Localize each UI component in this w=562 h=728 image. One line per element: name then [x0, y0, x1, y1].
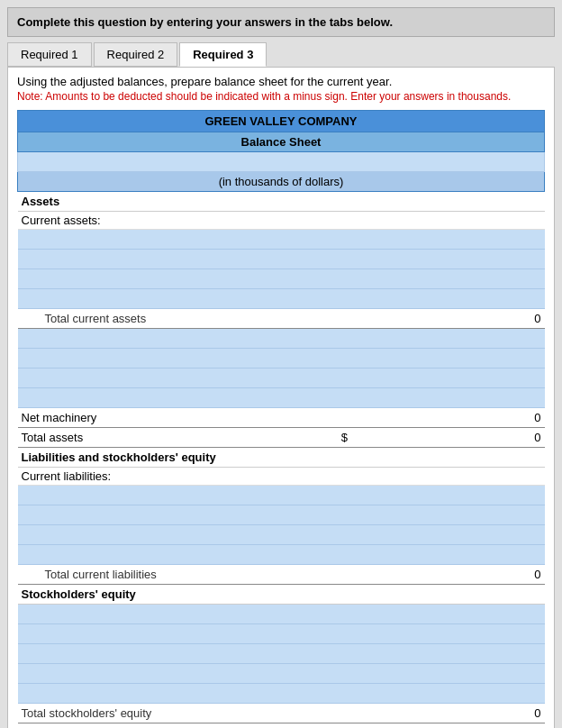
current-asset-2-label-input[interactable] [22, 251, 304, 267]
equity-row-2 [18, 624, 545, 644]
equity-row-4 [18, 664, 545, 684]
equity-5-value-input[interactable] [353, 687, 540, 700]
equity-row-1 [18, 605, 545, 624]
total-liabilities-dollar: $ [307, 723, 349, 729]
total-assets-row: Total assets $ 0 [18, 428, 545, 448]
liability-row-2 [18, 505, 545, 525]
stockholders-equity-section-label: Stockholders' equity [18, 585, 545, 605]
equity-5-label-input[interactable] [22, 686, 304, 701]
liability-3-value-input[interactable] [353, 528, 540, 541]
total-liabilities-value: 0 [349, 723, 544, 729]
instruction-box: Complete this question by entering your … [7, 7, 555, 37]
current-assets-label: Current assets: [18, 212, 545, 230]
empty-header-row [18, 152, 545, 172]
period-label-header: (in thousands of dollars) [18, 172, 545, 192]
equity-row-3 [18, 644, 545, 664]
total-current-liabilities-label: Total current liabilities [18, 565, 308, 585]
equity-3-value-input[interactable] [353, 647, 540, 660]
liability-4-label-input[interactable] [22, 547, 304, 562]
total-current-liabilities-row: Total current liabilities 0 [18, 565, 545, 585]
note-line2: Note: Amounts to be deducted should be i… [17, 90, 545, 103]
machinery-row-2 [18, 349, 545, 369]
equity-row-5 [18, 684, 545, 704]
total-stockholders-equity-label: Total stockholders' equity [18, 704, 308, 723]
net-machinery-value: 0 [349, 408, 544, 428]
machinery-4-value-input[interactable] [353, 391, 540, 405]
liability-row-1 [18, 486, 545, 505]
machinery-4-label-input[interactable] [22, 390, 304, 405]
tab-required2[interactable]: Required 2 [94, 42, 178, 67]
current-liabilities-label: Current liabilities: [18, 468, 545, 486]
company-name-header: GREEN VALLEY COMPANY [18, 111, 545, 132]
sheet-title-header: Balance Sheet [18, 132, 545, 152]
liability-1-value-input[interactable] [353, 488, 540, 502]
machinery-1-value-input[interactable] [353, 332, 540, 345]
outer-container: Complete this question by entering your … [0, 0, 562, 728]
liabilities-section-label: Liabilities and stockholders' equity [18, 448, 545, 468]
current-asset-1-label-input[interactable] [22, 232, 304, 247]
total-liabilities-label: Total liabilities and stockholders' equi… [18, 723, 308, 729]
total-assets-label: Total assets [18, 428, 308, 448]
equity-2-value-input[interactable] [353, 627, 540, 641]
liability-row-3 [18, 525, 545, 545]
note-line1: Using the adjusted balances, prepare bal… [17, 75, 545, 88]
current-asset-2-value-input[interactable] [353, 252, 540, 266]
current-asset-4-label-input[interactable] [22, 291, 304, 306]
tab-content: Using the adjusted balances, prepare bal… [7, 67, 555, 728]
liability-3-label-input[interactable] [22, 527, 304, 542]
total-current-liabilities-value: 0 [349, 565, 544, 585]
equity-4-label-input[interactable] [22, 666, 304, 681]
current-asset-3-value-input[interactable] [353, 272, 540, 286]
current-asset-3-label-input[interactable] [22, 271, 304, 287]
equity-3-label-input[interactable] [22, 646, 304, 661]
current-asset-row-3 [18, 269, 545, 289]
total-stockholders-equity-row: Total stockholders' equity 0 [18, 704, 545, 723]
equity-2-label-input[interactable] [22, 626, 304, 642]
liability-2-label-input[interactable] [22, 507, 304, 523]
total-current-assets-value: 0 [349, 309, 544, 329]
current-asset-row-1 [18, 230, 545, 250]
total-assets-value: 0 [349, 428, 544, 448]
machinery-2-label-input[interactable] [22, 350, 304, 366]
balance-sheet-table: GREEN VALLEY COMPANY Balance Sheet (in t… [17, 110, 545, 728]
tabs-row: Required 1 Required 2 Required 3 [7, 42, 555, 67]
liability-4-value-input[interactable] [353, 548, 540, 561]
machinery-row-3 [18, 369, 545, 388]
equity-4-value-input[interactable] [353, 667, 540, 680]
machinery-3-label-input[interactable] [22, 370, 304, 386]
current-asset-row-2 [18, 250, 545, 269]
total-current-assets-label: Total current assets [18, 309, 308, 329]
machinery-row-4 [18, 388, 545, 408]
total-stockholders-equity-value: 0 [349, 704, 544, 723]
machinery-row-1 [18, 329, 545, 349]
total-liabilities-stockholders-row: Total liabilities and stockholders' equi… [18, 723, 545, 729]
machinery-2-value-input[interactable] [353, 351, 540, 365]
total-current-assets-row: Total current assets 0 [18, 309, 545, 329]
liability-1-label-input[interactable] [22, 487, 304, 503]
equity-1-value-input[interactable] [353, 607, 540, 621]
liability-2-value-input[interactable] [353, 508, 540, 522]
machinery-1-label-input[interactable] [22, 331, 304, 346]
total-assets-dollar: $ [307, 428, 349, 448]
equity-1-label-input[interactable] [22, 606, 304, 622]
liability-row-4 [18, 545, 545, 565]
current-asset-row-4 [18, 289, 545, 309]
net-machinery-row: Net machinery 0 [18, 408, 545, 428]
assets-section-label: Assets [18, 192, 545, 212]
current-asset-4-value-input[interactable] [353, 292, 540, 305]
machinery-3-value-input[interactable] [353, 371, 540, 385]
tab-required3[interactable]: Required 3 [179, 42, 267, 67]
current-asset-1-value-input[interactable] [353, 232, 540, 246]
tab-required1[interactable]: Required 1 [7, 42, 92, 67]
net-machinery-label: Net machinery [18, 408, 308, 428]
instruction-text: Complete this question by entering your … [17, 15, 393, 29]
